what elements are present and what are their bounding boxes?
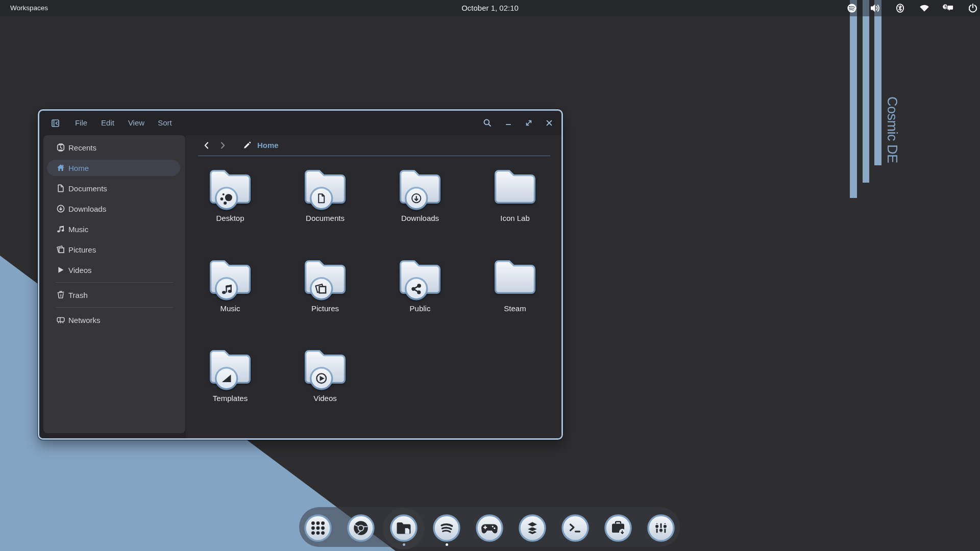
folder-item-public[interactable]: Public (373, 258, 468, 345)
dock-spotify-running-dot (446, 543, 448, 546)
search-button[interactable] (483, 118, 492, 128)
wallpaper-bar-3 (874, 0, 881, 165)
music-icon (57, 225, 65, 233)
sidebar-item-label: Home (68, 164, 89, 172)
folder-icon (301, 348, 350, 391)
sidebar-item-label: Trash (68, 291, 88, 299)
panel-clock[interactable]: October 1, 02:10 (0, 0, 980, 16)
titlebar[interactable]: File Edit View Sort (39, 111, 561, 135)
folder-label: Documents (278, 214, 373, 223)
folder-item-steam[interactable]: Steam (468, 258, 562, 345)
sidebar-item-label: Networks (68, 316, 101, 324)
dock-games-icon[interactable] (476, 514, 503, 542)
sidebar-item-downloads[interactable]: Downloads (43, 198, 185, 219)
bluetooth-tray-icon[interactable] (896, 4, 904, 13)
folder-icon (396, 168, 445, 211)
dock-settings-icon[interactable] (647, 514, 675, 542)
sidebar-item-label: Music (68, 225, 88, 234)
notifications-tray-icon[interactable] (943, 4, 954, 13)
dock-terminal-icon[interactable] (561, 514, 589, 542)
folder-label: Steam (468, 304, 562, 313)
folder-icon (491, 168, 540, 211)
dock-files-running-dot (403, 543, 405, 546)
sidebar-item-label: Videos (68, 266, 92, 274)
edit-path-icon[interactable] (243, 141, 251, 149)
volume-tray-icon[interactable] (870, 4, 881, 13)
recents-icon (57, 143, 65, 152)
wallpaper-bar-2 (863, 0, 869, 183)
folder-item-icon-lab[interactable]: Icon Lab (468, 168, 562, 255)
wifi-tray-icon[interactable] (919, 4, 929, 13)
nav-underline (198, 156, 550, 156)
close-button[interactable] (545, 118, 554, 128)
spotify-tray-icon[interactable] (847, 4, 857, 13)
menu-file[interactable]: File (75, 111, 87, 135)
dock-chrome-icon[interactable] (347, 514, 375, 542)
folder-icon (301, 168, 350, 211)
dock-files-icon[interactable] (390, 514, 418, 542)
sidebar-divider (56, 282, 173, 283)
breadcrumb-location[interactable]: Home (257, 135, 279, 156)
sidebar-item-videos[interactable]: Videos (43, 260, 185, 280)
dock-spotify-icon[interactable] (433, 514, 460, 542)
trash-icon (57, 291, 65, 299)
dock-app-library-icon[interactable] (304, 514, 332, 542)
folder-label: Icon Lab (468, 214, 562, 223)
files-window: File Edit View Sort (38, 109, 563, 440)
minimize-button[interactable] (504, 118, 513, 128)
top-panel: Workspaces October 1, 02:10 (0, 0, 980, 16)
sidebar-item-label: Documents (68, 184, 107, 193)
folder-item-templates[interactable]: Templates (183, 348, 278, 435)
sidebar-item-networks[interactable]: Networks (43, 310, 185, 330)
sidebar: Recents Home Documents (43, 135, 185, 433)
menu-view[interactable]: View (128, 111, 144, 135)
sidebar-item-music[interactable]: Music (43, 219, 185, 239)
folder-label: Templates (183, 394, 278, 403)
folder-item-videos[interactable]: Videos (278, 348, 373, 435)
sidebar-item-home[interactable]: Home (47, 160, 180, 176)
folder-icon (396, 258, 445, 301)
folder-label: Videos (278, 394, 373, 403)
back-button[interactable] (203, 141, 211, 149)
folder-item-pictures[interactable]: Pictures (278, 258, 373, 345)
pictures-icon (57, 245, 65, 254)
content-area: Home Desktop Documents Downloads Icon La… (186, 135, 561, 438)
folder-label: Desktop (183, 214, 278, 223)
folder-item-documents[interactable]: Documents (278, 168, 373, 255)
sidebar-item-label: Recents (68, 143, 96, 152)
folder-icon (206, 348, 255, 391)
folder-label: Public (373, 304, 468, 313)
toggle-sidebar-icon[interactable] (52, 119, 59, 127)
documents-icon (57, 184, 65, 192)
home-icon (57, 164, 65, 172)
wallpaper-brand-text: Cosmic DE (884, 96, 900, 163)
sidebar-item-pictures[interactable]: Pictures (43, 239, 185, 260)
videos-icon (57, 266, 65, 274)
networks-icon (57, 316, 65, 324)
power-tray-icon[interactable] (968, 4, 977, 13)
sidebar-item-trash[interactable]: Trash (43, 285, 185, 305)
sidebar-divider (56, 307, 173, 308)
menu-sort[interactable]: Sort (158, 111, 172, 135)
folder-label: Downloads (373, 214, 468, 223)
folder-label: Pictures (278, 304, 373, 313)
folder-label: Music (183, 304, 278, 313)
folder-item-desktop[interactable]: Desktop (183, 168, 278, 255)
folder-icon (206, 258, 255, 301)
dock-stacks-icon[interactable] (519, 514, 546, 542)
maximize-button[interactable] (524, 118, 533, 128)
dock-app-store-icon[interactable] (604, 514, 632, 542)
sidebar-item-recents[interactable]: Recents (43, 137, 185, 158)
menu-edit[interactable]: Edit (101, 111, 114, 135)
sidebar-item-label: Downloads (68, 205, 106, 213)
folder-item-downloads[interactable]: Downloads (373, 168, 468, 255)
folder-icon (491, 258, 540, 301)
sidebar-item-documents[interactable]: Documents (43, 178, 185, 198)
downloads-icon (57, 205, 65, 213)
folder-icon (301, 258, 350, 301)
wallpaper-bar-1 (850, 0, 857, 198)
folder-item-music[interactable]: Music (183, 258, 278, 345)
forward-button[interactable] (218, 141, 227, 149)
folder-icon (206, 168, 255, 211)
sidebar-item-label: Pictures (68, 245, 96, 254)
